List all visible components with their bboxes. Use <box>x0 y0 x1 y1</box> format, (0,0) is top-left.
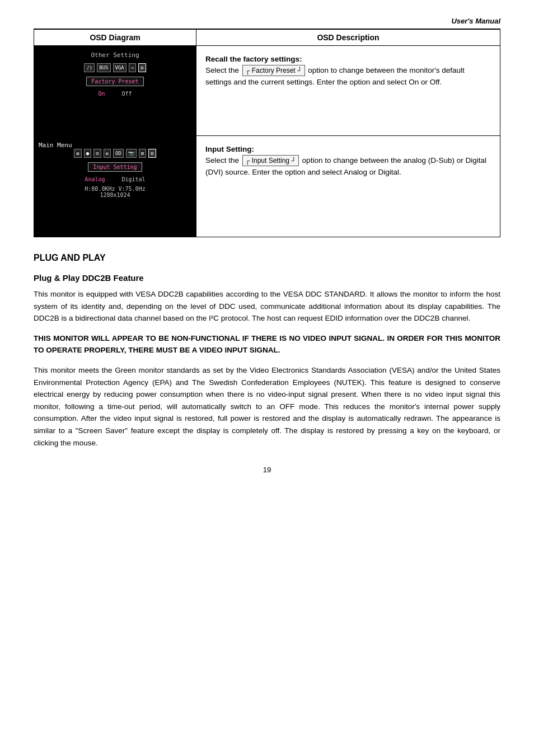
icon-row-2: ✿ ● ⊟ ♻ OD 📷 ⊞ ⚙ <box>39 149 191 158</box>
desc-heading-2: Input Setting: <box>205 145 254 153</box>
icon-recycle: ♻ <box>104 149 111 158</box>
diagram-cell-2: Main Menu ✿ ● ⊟ ♻ OD 📷 ⊞ ⚙ Input Setting <box>34 136 196 237</box>
freq-text: H:80.0KHz V:75.0Hz 1280x1024 <box>39 186 191 198</box>
header-right: User's Manual <box>34 17 500 25</box>
diagram-panel-1: Other Setting ♪) BUS VGA → ⚙ Factory Pre… <box>34 46 196 135</box>
plug-and-play-heading: PLUG AND PLAY <box>34 253 500 263</box>
panel-title-2: Main Menu <box>39 142 191 149</box>
icon-sound: ♪) <box>84 63 95 72</box>
desc-cell-1: Recall the factory settings: Select the … <box>196 46 500 136</box>
input-setting-inline: ┌ Input Setting ┘ <box>242 155 299 166</box>
icon-grid: ⊞ <box>139 149 146 158</box>
factory-preset-inline: ┌ Factory Preset ┘ <box>242 65 305 76</box>
icon-bus: BUS <box>97 63 110 72</box>
icon-row-1: ♪) BUS VGA → ⚙ <box>39 63 191 72</box>
page-number: 19 <box>34 466 500 474</box>
diagram-panel-2: Main Menu ✿ ● ⊟ ♻ OD 📷 ⊞ ⚙ Input Setting <box>34 136 196 237</box>
col1-header: OSD Diagram <box>34 30 196 46</box>
diagram-cell-1: Other Setting ♪) BUS VGA → ⚙ Factory Pre… <box>34 46 196 136</box>
factory-preset-btn: Factory Preset <box>86 77 143 86</box>
icon-camera: 📷 <box>126 149 137 158</box>
desc-heading-1: Recall the factory settings: <box>205 55 302 63</box>
icon-arrow: → <box>129 63 136 72</box>
icon-sun: ✿ <box>74 149 81 158</box>
icon-vga: VGA <box>113 63 127 72</box>
icon-circle: ● <box>84 149 91 158</box>
manual-title: User's Manual <box>451 17 500 25</box>
option-analog: Analog <box>85 176 105 182</box>
icon-gear-2: ⚙ <box>148 149 156 158</box>
desc-cell-2: Input Setting: Select the ┌ Input Settin… <box>196 136 500 237</box>
option-on: On <box>98 91 105 97</box>
option-digital: Digital <box>121 176 145 182</box>
desc-text-1: Select the ┌ Factory Preset ┘ option to … <box>205 66 465 86</box>
body-text-1: This monitor is equipped with VESA DDC2B… <box>34 288 500 325</box>
icon-monitor: ⊟ <box>93 149 101 158</box>
option-row-2: Analog Digital <box>39 176 191 182</box>
panel-title-1: Other Setting <box>39 51 191 59</box>
icon-od: OD <box>113 149 124 158</box>
input-setting-btn: Input Setting <box>88 162 142 172</box>
option-off: Off <box>121 91 132 97</box>
desc-text-2: Select the ┌ Input Setting ┘ option to c… <box>205 156 486 176</box>
col2-header: OSD Description <box>196 30 500 46</box>
ddc2b-sub-heading: Plug & Play DDC2B Feature <box>34 273 500 283</box>
option-row-1: On Off <box>39 91 191 97</box>
warning-text: THIS MONITOR WILL APPEAR TO BE NON-FUNCT… <box>34 332 500 356</box>
body-text-2: This monitor meets the Green monitor sta… <box>34 364 500 449</box>
osd-table: OSD Diagram OSD Description Other Settin… <box>34 29 500 237</box>
icon-gear-1: ⚙ <box>138 63 146 72</box>
